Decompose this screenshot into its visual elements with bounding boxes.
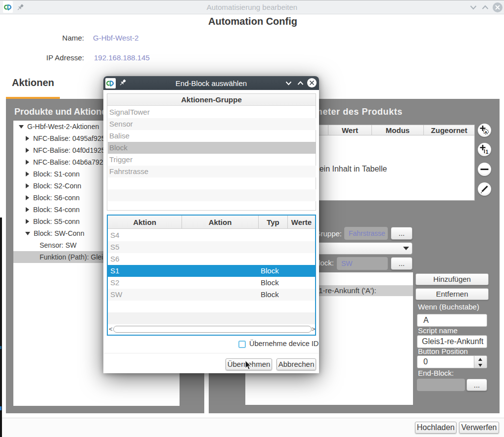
svg-text:1: 1 [486, 149, 489, 155]
svg-text:A: A [485, 130, 488, 134]
